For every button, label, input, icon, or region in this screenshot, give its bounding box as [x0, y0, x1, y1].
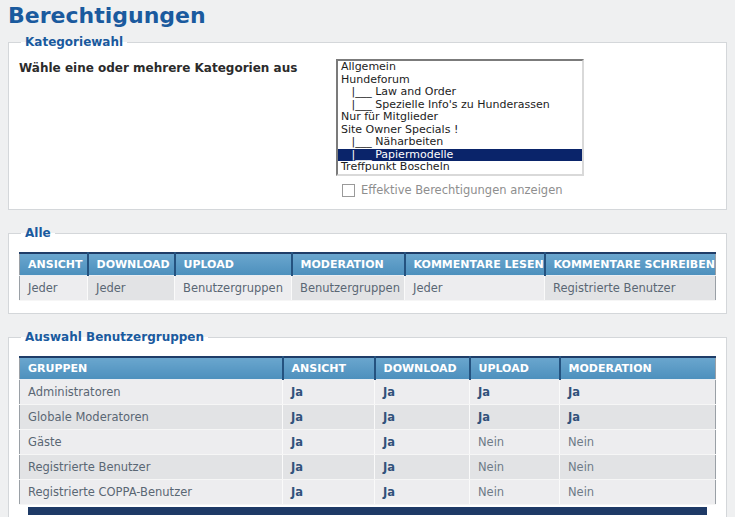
download-value: Ja: [375, 405, 470, 430]
column-header-kommentare-schreiben: KOMMENTARE SCHREIBEN: [545, 253, 716, 276]
ansicht-value: Ja: [283, 405, 375, 430]
ansicht-value: Ja: [283, 430, 375, 455]
table-row: Gäste Ja Ja Nein Nein: [20, 430, 716, 455]
download-value: Ja: [375, 455, 470, 480]
column-header-ansicht: ANSICHT: [283, 357, 375, 380]
table-row: Globale Moderatoren Ja Ja Ja Ja: [20, 405, 716, 430]
all-upload-value: Benutzergruppen: [175, 276, 292, 301]
category-option[interactable]: Nur für Mitglieder: [338, 111, 582, 124]
download-value: Ja: [375, 380, 470, 405]
column-header-ansicht: ANSICHT: [20, 253, 88, 276]
upload-value: Ja: [470, 380, 560, 405]
all-permissions-legend: Alle: [21, 226, 55, 240]
table-row: Registrierte Benutzer Ja Ja Nein Nein: [20, 455, 716, 480]
table-header-row: GRUPPEN ANSICHT DOWNLOAD UPLOAD MODERATI…: [20, 357, 716, 380]
all-ansicht-value: Jeder: [20, 276, 88, 301]
moderation-value: Ja: [560, 405, 716, 430]
moderation-value: Ja: [560, 380, 716, 405]
column-header-moderation: MODERATION: [292, 253, 405, 276]
all-moderation-value: Benutzergruppen: [292, 276, 405, 301]
column-header-download: DOWNLOAD: [88, 253, 175, 276]
table-row: Jeder Jeder Benutzergruppen Benutzergrup…: [20, 276, 716, 301]
page-title: Berechtigungen: [8, 3, 727, 28]
ansicht-value: Ja: [283, 380, 375, 405]
moderation-value: Nein: [560, 430, 716, 455]
column-header-kommentare-lesen: KOMMENTARE LESEN: [405, 253, 545, 276]
upload-value: Nein: [470, 455, 560, 480]
category-legend: Kategoriewahl: [21, 35, 127, 49]
category-listbox[interactable]: Allgemein Hundeforum |___ Law and Order …: [336, 59, 584, 176]
group-name: Globale Moderatoren: [20, 405, 283, 430]
category-select-label: Wähle eine oder mehrere Kategorien aus: [19, 59, 336, 75]
upload-value: Nein: [470, 480, 560, 505]
upload-value: Ja: [470, 405, 560, 430]
ansicht-value: Ja: [283, 480, 375, 505]
table-row: Administratoren Ja Ja Ja Ja: [20, 380, 716, 405]
download-value: Ja: [375, 430, 470, 455]
group-name: Registrierte Benutzer: [20, 455, 283, 480]
category-option[interactable]: Treffpunkt Boscheln: [338, 161, 582, 174]
column-header-download: DOWNLOAD: [375, 357, 470, 380]
column-header-upload: UPLOAD: [175, 253, 292, 276]
category-option[interactable]: Allgemein: [338, 61, 582, 74]
column-header-gruppen: GRUPPEN: [20, 357, 283, 380]
all-download-value: Jeder: [88, 276, 175, 301]
effective-permissions-label: Effektive Berechtigungen anzeigen: [361, 183, 563, 197]
group-name: Registrierte COPPA-Benutzer: [20, 480, 283, 505]
all-kommentare-lesen-value: Jeder: [405, 276, 545, 301]
usergroups-fieldset: Auswahl Benutzergruppen GRUPPEN ANSICHT …: [8, 330, 727, 517]
category-option[interactable]: |___ Law and Order: [338, 86, 582, 99]
table-row: Registrierte COPPA-Benutzer Ja Ja Nein N…: [20, 480, 716, 505]
ansicht-value: Ja: [283, 455, 375, 480]
column-header-moderation: MODERATION: [560, 357, 716, 380]
moderation-value: Nein: [560, 455, 716, 480]
all-permissions-fieldset: Alle ANSICHT DOWNLOAD UPLOAD MODERATION …: [8, 226, 727, 314]
group-name: Gäste: [20, 430, 283, 455]
group-name: Administratoren: [20, 380, 283, 405]
admin-page: Berechtigungen Kategoriewahl Wähle eine …: [0, 3, 735, 517]
category-fieldset: Kategoriewahl Wähle eine oder mehrere Ka…: [8, 35, 727, 210]
download-value: Ja: [375, 480, 470, 505]
moderation-value: Nein: [560, 480, 716, 505]
column-header-upload: UPLOAD: [470, 357, 560, 380]
all-kommentare-schreiben-value: Registrierte Benutzer: [545, 276, 716, 301]
effective-permissions-checkbox[interactable]: [342, 184, 355, 197]
usergroups-table: GRUPPEN ANSICHT DOWNLOAD UPLOAD MODERATI…: [19, 356, 716, 505]
all-permissions-table: ANSICHT DOWNLOAD UPLOAD MODERATION KOMME…: [19, 252, 716, 301]
usergroups-legend: Auswahl Benutzergruppen: [21, 330, 208, 344]
bottom-panel-bar: [28, 507, 707, 515]
upload-value: Nein: [470, 430, 560, 455]
table-header-row: ANSICHT DOWNLOAD UPLOAD MODERATION KOMME…: [20, 253, 716, 276]
category-option[interactable]: |___ Näharbeiten: [338, 136, 582, 149]
